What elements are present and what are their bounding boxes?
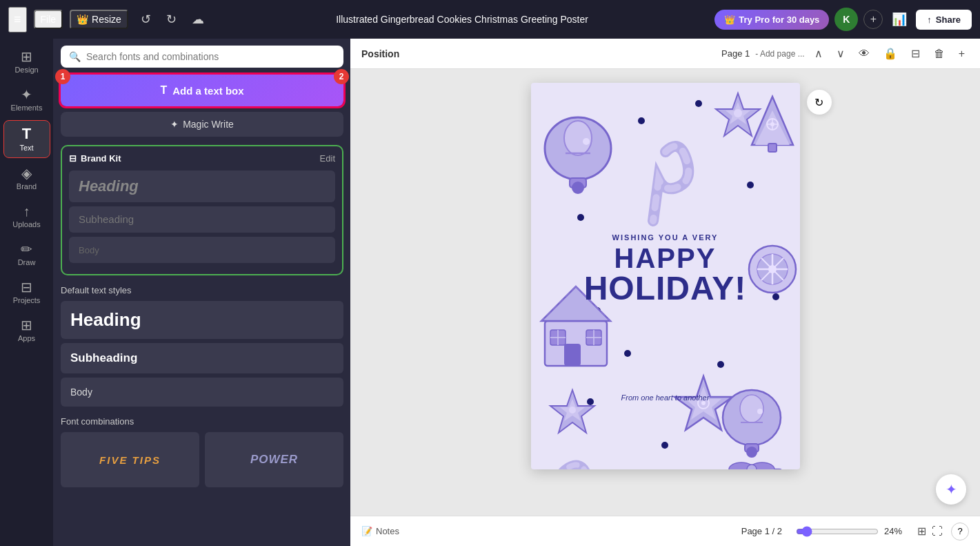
user-avatar-button[interactable]: K	[834, 8, 858, 31]
zoom-percentage: 24%	[884, 526, 909, 536]
font-combo-item-1[interactable]: FIVE TIPS	[61, 432, 199, 487]
svg-point-0	[638, 117, 645, 124]
svg-point-9	[748, 425, 755, 431]
brand-kit-icon: ⊟	[69, 153, 77, 164]
svg-rect-27	[545, 321, 607, 366]
resize-button[interactable]: 👑 Resize	[70, 10, 128, 29]
default-heading-text: Heading	[70, 309, 141, 330]
grid-view-button[interactable]: ⊞	[914, 522, 929, 540]
svg-marker-21	[755, 110, 790, 145]
analytics-button[interactable]: 📊	[888, 8, 910, 30]
sidebar-item-brand[interactable]: ◈ Brand	[3, 161, 50, 196]
search-input[interactable]	[86, 51, 335, 62]
fullscreen-button[interactable]: ⛶	[929, 523, 946, 540]
brand-kit-title: ⊟ Brand Kit	[69, 153, 121, 164]
left-nav: ⊞ Design ✦ Elements T Text ◈ Brand ↑ Upl…	[0, 39, 54, 546]
svg-point-13	[572, 182, 584, 194]
sidebar-item-elements-label: Elements	[11, 104, 43, 112]
try-pro-button[interactable]: 👑 Try Pro for 30 days	[714, 10, 829, 30]
share-button[interactable]: ↑ Share	[916, 10, 972, 30]
file-menu-button[interactable]: File	[34, 10, 63, 29]
canvas-scroll[interactable]: ↻	[350, 69, 980, 516]
lock-button[interactable]: 🔒	[879, 44, 901, 63]
topbar-undo-redo: ↺ ↻ ☁	[135, 8, 210, 30]
svg-marker-17	[716, 93, 760, 136]
canvas-toolbar: Position Page 1 - Add page ... ∧ ∨ 👁 🔒 ⊟…	[350, 39, 980, 69]
brand-kit-header: ⊟ Brand Kit Edit	[69, 153, 335, 164]
copy-button[interactable]: ⊟	[907, 44, 924, 63]
topbar-right-actions: 👑 Try Pro for 30 days K + 📊 ↑ Share	[714, 8, 972, 31]
add-section-button[interactable]: +	[954, 45, 969, 63]
rotate-button[interactable]: ↻	[807, 90, 832, 115]
magic-write-button[interactable]: ✦ Magic Write	[61, 112, 343, 137]
svg-point-54	[729, 462, 754, 469]
resize-label: Resize	[92, 14, 121, 25]
sidebar-item-elements[interactable]: ✦ Elements	[3, 82, 50, 117]
magic-star-button[interactable]: ✦	[936, 474, 966, 505]
default-body-item[interactable]: Body	[61, 378, 343, 407]
poster-canvas[interactable]: WISHING YOU A VERY HAPPY HOLIDAY! From o…	[531, 83, 800, 469]
add-textbox-button[interactable]: T Add a text box	[61, 75, 343, 106]
menu-icon-button[interactable]: ≡	[8, 7, 27, 32]
redo-button[interactable]: ↻	[161, 8, 182, 30]
svg-point-40	[569, 407, 576, 413]
delete-button[interactable]: 🗑	[930, 45, 949, 63]
badge-2: 2	[334, 69, 349, 84]
brand-icon: ◈	[21, 166, 32, 180]
sidebar-item-projects[interactable]: ⊟ Projects	[3, 275, 50, 310]
share-label: Share	[936, 14, 961, 25]
brand-kit-edit-button[interactable]: Edit	[320, 153, 335, 164]
sidebar-item-draw-label: Draw	[18, 258, 36, 266]
cloud-save-button[interactable]: ☁	[186, 8, 210, 30]
sidebar-item-design[interactable]: ⊞ Design	[3, 44, 50, 79]
toolbar-position-label: Position	[361, 48, 399, 59]
notes-label: Notes	[376, 526, 399, 536]
svg-point-14	[564, 121, 592, 155]
font-combos-label: Font combinations	[61, 416, 343, 427]
canvas-area: Position Page 1 - Add page ... ∧ ∨ 👁 🔒 ⊟…	[350, 39, 980, 546]
font-search-bar[interactable]: 🔍	[61, 46, 343, 68]
sidebar-item-projects-label: Projects	[13, 296, 41, 304]
svg-point-7	[717, 361, 724, 368]
svg-point-26	[770, 122, 774, 126]
sidebar-item-text[interactable]: T Text	[3, 120, 50, 158]
topbar: ≡ File 👑 Resize ↺ ↻ ☁ Illustrated Ginger…	[0, 0, 980, 39]
brand-kit-subheading-item[interactable]: Subheading	[69, 206, 335, 233]
textbox-icon: T	[160, 84, 167, 97]
undo-button[interactable]: ↺	[135, 8, 157, 30]
search-icon: 🔍	[69, 51, 81, 62]
poster-holiday-text: HOLIDAY!	[531, 269, 800, 307]
brand-kit-body-item[interactable]: Body	[69, 237, 335, 263]
add-page-label[interactable]: - Add page ...	[755, 49, 804, 59]
sidebar-item-uploads-label: Uploads	[12, 220, 40, 228]
badge-1: 1	[55, 69, 70, 84]
main-layout: ⊞ Design ✦ Elements T Text ◈ Brand ↑ Upl…	[0, 39, 980, 546]
add-textbox-label: Add a text box	[172, 85, 243, 97]
help-button[interactable]: ?	[951, 523, 969, 540]
projects-icon: ⊟	[21, 280, 32, 294]
zoom-slider[interactable]	[796, 526, 879, 537]
svg-point-55	[750, 462, 774, 469]
poster-wrapper: ↻	[531, 83, 800, 469]
brand-kit-heading-item[interactable]: Heading	[69, 170, 335, 202]
sidebar-item-draw[interactable]: ✏ Draw	[3, 237, 50, 272]
default-subheading-item[interactable]: Subheading	[61, 343, 343, 373]
sidebar-item-apps[interactable]: ⊞ Apps	[3, 313, 50, 348]
svg-marker-42	[686, 387, 721, 420]
page-navigation: Page 1 - Add page ...	[721, 48, 805, 59]
svg-marker-39	[560, 399, 585, 421]
brand-kit-section: ⊟ Brand Kit Edit Heading Subheading Body	[61, 145, 343, 275]
add-collaborator-button[interactable]: +	[863, 10, 883, 29]
font-combo-item-2[interactable]: POWER	[205, 432, 343, 487]
brand-kit-heading-text: Heading	[79, 177, 139, 195]
page-prev-button[interactable]: ∧	[810, 44, 827, 63]
notes-button[interactable]: 📝 Notes	[361, 526, 399, 536]
default-heading-item[interactable]: Heading	[61, 301, 343, 339]
svg-marker-18	[726, 102, 750, 124]
svg-rect-12	[570, 178, 586, 188]
svg-rect-29	[550, 330, 566, 345]
sidebar-item-uploads[interactable]: ↑ Uploads	[3, 199, 50, 234]
visibility-button[interactable]: 👁	[854, 45, 874, 63]
apps-icon: ⊞	[21, 318, 32, 332]
page-next-button[interactable]: ∨	[832, 44, 849, 63]
